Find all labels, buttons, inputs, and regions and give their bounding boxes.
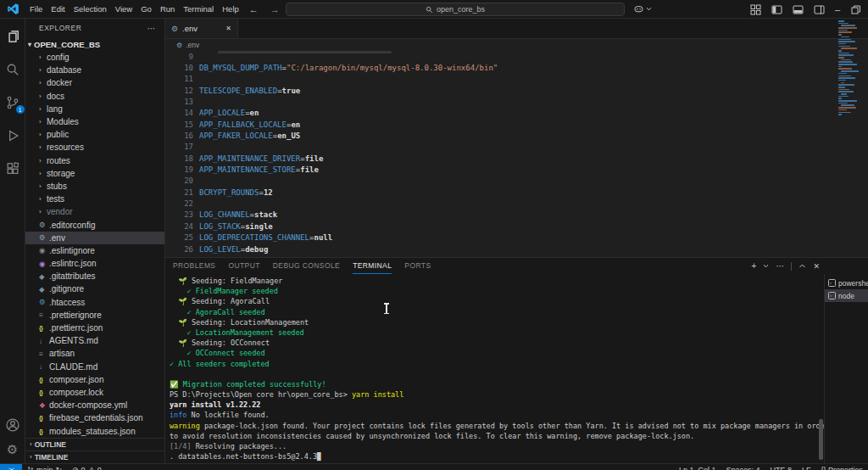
menu-selection[interactable]: Selection	[70, 0, 111, 19]
folder-database[interactable]: ›database	[25, 64, 164, 76]
extensions-icon[interactable]	[3, 159, 22, 178]
folder-vendor[interactable]: ›vendor	[25, 205, 164, 218]
folder-tests[interactable]: ›tests	[25, 193, 164, 205]
folder-config[interactable]: ›config	[25, 51, 164, 64]
panel-tab-ports[interactable]: PORTS	[404, 258, 431, 274]
terminal-dropdown-icon[interactable]	[763, 263, 769, 269]
folder-label: docs	[47, 92, 64, 101]
file-artisan[interactable]: ≡artisan	[25, 347, 164, 360]
menu-help[interactable]: Help	[218, 0, 243, 19]
status-spaces-4[interactable]: Spaces: 4	[721, 464, 765, 470]
section-timeline[interactable]: ›TIMELINE	[25, 450, 164, 463]
file-eslintignore[interactable]: ◉.eslintignore	[25, 244, 164, 257]
terminal-output[interactable]: 🌱 Seeding: FieldManager ✓ FieldManager s…	[165, 274, 824, 464]
account-icon[interactable]	[3, 416, 22, 434]
status-properties[interactable]: {} Properties	[815, 464, 868, 470]
section-label: TIMELINE	[35, 453, 69, 462]
minimap-line	[838, 91, 854, 92]
file-firebase-credentials-json[interactable]: {}firebase_credentials.json	[25, 411, 164, 424]
code-line-14: 14APP_LOCALE=en	[165, 108, 868, 119]
search-sidebar-icon[interactable]	[3, 60, 22, 79]
breadcrumb[interactable]: ⚙ .env	[165, 39, 868, 51]
terminal-instance-powershell[interactable]: ›powershell	[825, 277, 868, 289]
folder-stubs[interactable]: ›stubs	[25, 180, 164, 193]
file-eslintrc-json[interactable]: ◉.eslintrc.json	[25, 257, 164, 270]
code-text: LOG_LEVEL=debug	[193, 245, 268, 254]
folder-lang[interactable]: ›lang	[25, 103, 164, 115]
file-prettierignore[interactable]: ≡.prettierignore	[25, 309, 164, 322]
folder-routes[interactable]: ›routes	[25, 154, 164, 167]
section-label: OUTLINE	[35, 440, 66, 449]
remote-indicator[interactable]: ><	[0, 464, 22, 470]
file-composer-json[interactable]: {}composer.json	[25, 373, 164, 386]
file-env[interactable]: ⚙.env	[25, 232, 164, 244]
customize-layout-icon[interactable]	[750, 4, 761, 15]
panel-tab-problems[interactable]: PROBLEMS	[173, 258, 215, 274]
terminal-instance-label: node	[838, 292, 854, 300]
minimize-button[interactable]: –	[835, 0, 840, 19]
file-composer-lock[interactable]: {}composer.lock	[25, 386, 164, 399]
status-lf[interactable]: LF	[797, 464, 816, 470]
file-gitignore[interactable]: ◆.gitignore	[25, 283, 164, 295]
restore-button[interactable]	[850, 4, 861, 15]
new-terminal-icon[interactable]: +	[752, 261, 757, 271]
minimap-line	[838, 50, 842, 52]
file-modules-statuses-json[interactable]: {}modules_statuses.json	[25, 424, 164, 437]
terminal-instance-node[interactable]: ›node	[825, 289, 868, 302]
settings-gear-icon[interactable]: ⚙	[3, 439, 22, 458]
code-area[interactable]: 910DB_MYSQL_DUMP_PATH="C:/laragon/bin/my…	[165, 51, 868, 257]
panel-more-actions-icon[interactable]: ⋯	[776, 261, 784, 271]
file-editorconfig[interactable]: ⚙.editorconfig	[25, 218, 164, 231]
search-value: open_core_bs	[437, 5, 485, 14]
folder-storage[interactable]: ›storage	[25, 167, 164, 180]
source-control-icon[interactable]: 1	[3, 93, 22, 112]
close-icon[interactable]: ✕	[225, 25, 231, 32]
bottom-panel: PROBLEMSOUTPUTDEBUG CONSOLETERMINALPORTS…	[165, 257, 868, 463]
menu-view[interactable]: View	[111, 0, 136, 19]
folder-docs[interactable]: ›docs	[25, 90, 164, 103]
copilot-button[interactable]	[633, 3, 652, 14]
file-gitattributes[interactable]: ◆.gitattributes	[25, 270, 164, 283]
forward-arrow-icon[interactable]: →	[264, 4, 286, 14]
folder-resources[interactable]: ›resources	[25, 141, 164, 154]
folder-docker[interactable]: ›docker	[25, 76, 164, 89]
horizontal-scrollbar[interactable]	[218, 51, 392, 53]
branch-item[interactable]: main ↻	[22, 464, 67, 470]
maximize-panel-icon[interactable]	[798, 262, 806, 270]
close-panel-icon[interactable]: ✕	[813, 262, 820, 271]
minimap[interactable]	[837, 20, 866, 139]
explorer-icon[interactable]	[3, 27, 22, 46]
folder-label: lang	[47, 104, 63, 114]
menu-run[interactable]: Run	[156, 0, 179, 19]
file-docker-compose-yml[interactable]: ❖docker-compose.yml	[25, 399, 164, 411]
file-htaccess[interactable]: ⚙.htaccess	[25, 296, 164, 309]
sidebar-title: EXPLORER	[39, 24, 81, 32]
folder-modules[interactable]: ›Modules	[25, 115, 164, 128]
menu-terminal[interactable]: Terminal	[179, 0, 218, 19]
explorer-more-actions-icon[interactable]: ⋯	[147, 24, 157, 33]
file-prettierrc-json[interactable]: {}.prettierrc.json	[25, 322, 164, 334]
section-outline[interactable]: ›OUTLINE	[25, 438, 164, 450]
panel-tab-debug-console[interactable]: DEBUG CONSOLE	[273, 258, 340, 274]
file-agents-md[interactable]: ↓AGENTS.md	[25, 334, 164, 347]
problems-item[interactable]: ⊘ 0 ⚠ 0	[67, 464, 107, 470]
run-debug-icon[interactable]	[3, 126, 22, 145]
back-arrow-icon[interactable]: ←	[243, 4, 264, 14]
status-utf-8[interactable]: UTF-8	[765, 464, 797, 470]
toggle-sidebar-left-icon[interactable]	[771, 4, 782, 15]
chevron-right-icon: ›	[39, 66, 47, 74]
status-ln-1-col-1[interactable]: Ln 1, Col 1	[674, 464, 721, 470]
folder-public[interactable]: ›public	[25, 128, 164, 141]
toggle-sidebar-right-icon[interactable]	[814, 4, 825, 15]
panel-tab-terminal[interactable]: TERMINAL	[353, 258, 392, 274]
panel-tab-output[interactable]: OUTPUT	[228, 258, 259, 274]
terminal-scrollbar[interactable]	[819, 419, 823, 460]
tab-env[interactable]: ⚙ .env ✕	[165, 19, 238, 38]
menu-go[interactable]: Go	[136, 0, 156, 19]
menu-file[interactable]: File	[25, 0, 47, 19]
root-folder-row[interactable]: ▾ OPEN_CORE_BS	[25, 37, 164, 51]
file-claude-md[interactable]: ↓CLAUDE.md	[25, 361, 164, 373]
command-center-search[interactable]: open_core_bs	[286, 3, 625, 16]
menu-edit[interactable]: Edit	[47, 0, 69, 19]
toggle-panel-icon[interactable]	[793, 4, 804, 15]
